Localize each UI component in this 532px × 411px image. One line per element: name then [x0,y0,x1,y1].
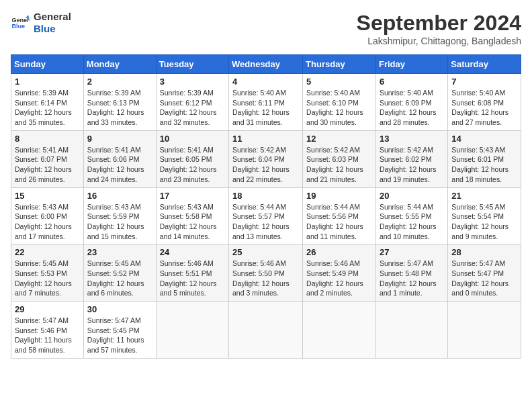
day-number: 25 [232,247,299,257]
calendar-cell: 6Sunrise: 5:40 AM Sunset: 6:09 PM Daylig… [375,74,447,131]
day-info: Sunrise: 5:44 AM Sunset: 5:56 PM Dayligh… [306,202,372,242]
calendar-week-row: 22Sunrise: 5:45 AM Sunset: 5:53 PM Dayli… [11,244,521,302]
calendar-cell: 19Sunrise: 5:44 AM Sunset: 5:56 PM Dayli… [303,187,376,244]
logo: General Blue General Blue [11,11,71,35]
day-number: 12 [306,134,372,144]
day-info: Sunrise: 5:40 AM Sunset: 6:09 PM Dayligh… [380,88,444,128]
calendar-week-row: 8Sunrise: 5:41 AM Sunset: 6:07 PM Daylig… [11,130,521,187]
day-number: 23 [87,247,152,257]
day-info: Sunrise: 5:46 AM Sunset: 5:49 PM Dayligh… [306,259,372,298]
calendar-cell: 3Sunrise: 5:39 AM Sunset: 6:12 PM Daylig… [156,74,228,131]
day-number: 11 [232,134,299,144]
logo-text-general: General [34,11,71,23]
title-block: September 2024 Lakshmipur, Chittagong, B… [357,11,521,46]
weekday-header-thursday: Thursday [303,55,376,74]
calendar-cell: 25Sunrise: 5:46 AM Sunset: 5:50 PM Dayli… [229,244,303,302]
weekday-header-saturday: Saturday [448,55,521,74]
day-info: Sunrise: 5:41 AM Sunset: 6:06 PM Dayligh… [87,145,152,185]
day-info: Sunrise: 5:39 AM Sunset: 6:14 PM Dayligh… [15,88,80,128]
day-number: 9 [87,134,152,144]
weekday-header-monday: Monday [83,55,156,74]
day-info: Sunrise: 5:41 AM Sunset: 6:05 PM Dayligh… [160,145,225,185]
calendar-cell: 5Sunrise: 5:40 AM Sunset: 6:10 PM Daylig… [303,74,376,131]
day-info: Sunrise: 5:44 AM Sunset: 5:55 PM Dayligh… [380,202,444,242]
calendar-week-row: 1Sunrise: 5:39 AM Sunset: 6:14 PM Daylig… [11,74,521,131]
day-info: Sunrise: 5:46 AM Sunset: 5:50 PM Dayligh… [232,259,299,298]
day-number: 6 [380,77,444,87]
calendar-cell: 15Sunrise: 5:43 AM Sunset: 6:00 PM Dayli… [11,187,84,244]
day-info: Sunrise: 5:39 AM Sunset: 6:13 PM Dayligh… [87,88,152,128]
calendar-cell: 4Sunrise: 5:40 AM Sunset: 6:11 PM Daylig… [229,74,303,131]
day-info: Sunrise: 5:41 AM Sunset: 6:07 PM Dayligh… [15,145,80,185]
logo-text-blue: Blue [34,23,71,35]
calendar-cell: 29Sunrise: 5:47 AM Sunset: 5:46 PM Dayli… [11,302,84,359]
day-info: Sunrise: 5:45 AM Sunset: 5:54 PM Dayligh… [451,202,517,242]
day-info: Sunrise: 5:45 AM Sunset: 5:52 PM Dayligh… [87,259,152,298]
day-number: 29 [15,304,80,314]
calendar-cell: 20Sunrise: 5:44 AM Sunset: 5:55 PM Dayli… [375,187,447,244]
day-number: 19 [306,191,372,201]
day-number: 26 [306,247,372,257]
day-number: 14 [451,134,517,144]
month-title: September 2024 [357,11,521,36]
day-number: 30 [87,304,152,314]
calendar-week-row: 15Sunrise: 5:43 AM Sunset: 6:00 PM Dayli… [11,187,521,244]
calendar-cell: 10Sunrise: 5:41 AM Sunset: 6:05 PM Dayli… [156,130,228,187]
calendar-cell: 11Sunrise: 5:42 AM Sunset: 6:04 PM Dayli… [229,130,303,187]
day-number: 24 [160,247,225,257]
day-number: 16 [87,191,152,201]
calendar-cell: 28Sunrise: 5:47 AM Sunset: 5:47 PM Dayli… [448,244,521,302]
day-info: Sunrise: 5:40 AM Sunset: 6:10 PM Dayligh… [306,88,372,128]
day-number: 3 [160,77,225,87]
svg-text:Blue: Blue [11,23,25,30]
calendar-table: SundayMondayTuesdayWednesdayThursdayFrid… [11,54,521,359]
calendar-cell: 22Sunrise: 5:45 AM Sunset: 5:53 PM Dayli… [11,244,84,302]
day-number: 22 [15,247,80,257]
day-info: Sunrise: 5:42 AM Sunset: 6:04 PM Dayligh… [232,145,299,185]
day-info: Sunrise: 5:47 AM Sunset: 5:45 PM Dayligh… [87,316,152,355]
calendar-cell: 13Sunrise: 5:42 AM Sunset: 6:02 PM Dayli… [375,130,447,187]
calendar-week-row: 29Sunrise: 5:47 AM Sunset: 5:46 PM Dayli… [11,302,521,359]
weekday-header-sunday: Sunday [11,55,84,74]
weekday-header-friday: Friday [375,55,447,74]
day-info: Sunrise: 5:44 AM Sunset: 5:57 PM Dayligh… [232,202,299,242]
day-number: 10 [160,134,225,144]
day-info: Sunrise: 5:43 AM Sunset: 5:59 PM Dayligh… [87,202,152,242]
day-info: Sunrise: 5:47 AM Sunset: 5:47 PM Dayligh… [451,259,517,298]
calendar-cell: 8Sunrise: 5:41 AM Sunset: 6:07 PM Daylig… [11,130,84,187]
calendar-cell: 1Sunrise: 5:39 AM Sunset: 6:14 PM Daylig… [11,74,84,131]
day-number: 1 [15,77,80,87]
day-number: 28 [451,247,517,257]
day-info: Sunrise: 5:47 AM Sunset: 5:46 PM Dayligh… [15,316,80,355]
calendar-cell: 2Sunrise: 5:39 AM Sunset: 6:13 PM Daylig… [83,74,156,131]
calendar-cell: 23Sunrise: 5:45 AM Sunset: 5:52 PM Dayli… [83,244,156,302]
day-number: 7 [451,77,517,87]
calendar-cell: 18Sunrise: 5:44 AM Sunset: 5:57 PM Dayli… [229,187,303,244]
calendar-cell: 24Sunrise: 5:46 AM Sunset: 5:51 PM Dayli… [156,244,228,302]
day-number: 4 [232,77,299,87]
calendar-cell: 17Sunrise: 5:43 AM Sunset: 5:58 PM Dayli… [156,187,228,244]
calendar-cell: 7Sunrise: 5:40 AM Sunset: 6:08 PM Daylig… [448,74,521,131]
calendar-cell: 9Sunrise: 5:41 AM Sunset: 6:06 PM Daylig… [83,130,156,187]
calendar-cell [448,302,521,359]
calendar-cell: 14Sunrise: 5:43 AM Sunset: 6:01 PM Dayli… [448,130,521,187]
calendar-cell: 21Sunrise: 5:45 AM Sunset: 5:54 PM Dayli… [448,187,521,244]
day-info: Sunrise: 5:43 AM Sunset: 6:00 PM Dayligh… [15,202,80,242]
day-number: 5 [306,77,372,87]
day-info: Sunrise: 5:39 AM Sunset: 6:12 PM Dayligh… [160,88,225,128]
day-info: Sunrise: 5:43 AM Sunset: 6:01 PM Dayligh… [451,145,517,185]
day-number: 18 [232,191,299,201]
day-info: Sunrise: 5:43 AM Sunset: 5:58 PM Dayligh… [160,202,225,242]
day-info: Sunrise: 5:40 AM Sunset: 6:08 PM Dayligh… [451,88,517,128]
weekday-header-wednesday: Wednesday [229,55,303,74]
day-number: 2 [87,77,152,87]
day-info: Sunrise: 5:47 AM Sunset: 5:48 PM Dayligh… [380,259,444,298]
page-header: General Blue General Blue September 2024… [11,11,521,46]
calendar-header-row: SundayMondayTuesdayWednesdayThursdayFrid… [11,55,521,74]
day-number: 20 [380,191,444,201]
day-number: 8 [15,134,80,144]
day-number: 17 [160,191,225,201]
calendar-cell: 12Sunrise: 5:42 AM Sunset: 6:03 PM Dayli… [303,130,376,187]
day-number: 15 [15,191,80,201]
logo-icon: General Blue [11,13,30,32]
